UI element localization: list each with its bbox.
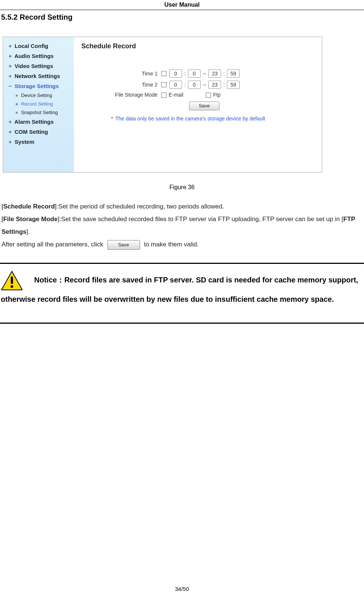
notice-label: Notice： — [34, 276, 64, 284]
file-storage-mode-desc-b: ]. — [26, 228, 30, 235]
sidebar-item-storage-settings[interactable]: − Storage Settings — [7, 81, 70, 91]
email-option-label: E-mail — [169, 92, 183, 98]
sidebar-item-label: Local Config — [14, 43, 48, 49]
time1-checkbox[interactable] — [161, 71, 166, 76]
save-row: Save — [81, 99, 314, 112]
file-storage-mode-paragraph: [File Storage Mode]:Set the save schedul… — [1, 213, 363, 238]
after-text-a: After setting all the parameters, click — [1, 241, 105, 248]
file-storage-mode-term: File Storage Mode — [3, 216, 58, 223]
sidebar-subitem-record-setting[interactable]: ● Record Setting — [7, 100, 70, 108]
sidebar-item-label: Device Setting — [21, 93, 52, 98]
time1-label: Time 1 — [81, 71, 161, 77]
dash: -- — [203, 71, 206, 77]
after-setting-paragraph: After setting all the parameters, click … — [1, 238, 363, 251]
sidebar-subitem-device-setting[interactable]: ● Device Setting — [7, 91, 70, 100]
plus-icon: + — [9, 53, 13, 59]
time2-min-start[interactable]: 0 — [188, 81, 201, 89]
default-note: *The data only be saved in the camera's … — [81, 112, 314, 122]
sidebar-item-label: Snapshot Setting — [21, 110, 58, 115]
schedule-record-paragraph: [Schedule Record]:Set the period of sche… — [1, 200, 363, 213]
schedule-form: Time 1 0 : 0 -- 23 : 59 Time 2 0 : 0 -- … — [81, 68, 314, 122]
after-text-b: to make them valid. — [144, 241, 198, 248]
dash: -- — [203, 82, 206, 88]
sidebar-item-label: Alarm Settings — [14, 119, 54, 125]
body-text: [Schedule Record]:Set the period of sche… — [0, 200, 364, 251]
colon: : — [223, 82, 225, 88]
save-button-inline: Save — [107, 240, 140, 250]
plus-icon: + — [9, 63, 13, 69]
time2-min-end[interactable]: 59 — [227, 81, 240, 89]
sidebar-item-label: COM Setting — [14, 129, 48, 135]
time2-label: Time 2 — [81, 82, 161, 88]
sidebar-item-network-settings[interactable]: + Network Settings — [7, 71, 70, 81]
divider-bottom — [0, 323, 364, 324]
save-button[interactable]: Save — [189, 101, 220, 110]
sidebar-item-audio-settings[interactable]: + Audio Settings — [7, 51, 70, 61]
storage-mode-label: File Storage Mode — [81, 92, 161, 98]
bullet-icon: ● — [15, 110, 20, 115]
bullet-icon: ● — [15, 93, 20, 98]
asterisk-icon: * — [111, 116, 113, 122]
time1-row: Time 1 0 : 0 -- 23 : 59 — [81, 68, 314, 79]
sidebar-subitem-snapshot-setting[interactable]: ● Snapshot Setting — [7, 108, 70, 117]
sidebar-item-label: Audio Settings — [14, 53, 54, 59]
page-header: User Manual — [0, 0, 364, 8]
time2-hour-end[interactable]: 23 — [208, 81, 221, 89]
time2-checkbox[interactable] — [161, 82, 166, 87]
settings-screenshot: + Local Config + Audio Settings + Video … — [3, 36, 322, 173]
section-heading: 5.5.2 Record Setting — [1, 13, 364, 22]
minus-icon: − — [9, 83, 13, 89]
plus-icon: + — [9, 73, 13, 79]
sidebar-item-label: System — [14, 139, 34, 145]
svg-point-2 — [10, 285, 13, 288]
sidebar-item-com-setting[interactable]: + COM Setting — [7, 127, 70, 137]
time1-hour-end[interactable]: 23 — [208, 69, 221, 78]
page-number: 34/50 — [0, 586, 364, 592]
svg-rect-1 — [11, 277, 13, 284]
time1-min-end[interactable]: 59 — [227, 69, 240, 78]
colon: : — [184, 71, 186, 77]
bullet-icon: ● — [15, 101, 20, 107]
plus-icon: + — [9, 43, 13, 49]
time2-row: Time 2 0 : 0 -- 23 : 59 — [81, 79, 314, 90]
nav-sidebar: + Local Config + Audio Settings + Video … — [3, 37, 74, 172]
header-rule — [0, 10, 364, 10]
time1-min-start[interactable]: 0 — [188, 69, 201, 78]
schedule-record-term: Schedule Record — [3, 203, 55, 210]
panel-title: Schedule Record — [81, 42, 314, 50]
file-storage-mode-desc-a: ]:Set the save scheduled recorded files … — [58, 216, 343, 223]
sidebar-item-local-config[interactable]: + Local Config — [7, 41, 70, 51]
schedule-record-desc: ]:Set the period of scheduled recording,… — [55, 203, 224, 210]
email-checkbox[interactable] — [161, 93, 166, 98]
storage-mode-row: File Storage Mode E-mail Ftp — [81, 90, 314, 99]
plus-icon: + — [9, 129, 13, 135]
ftp-option-label: Ftp — [213, 92, 221, 98]
warning-icon — [1, 271, 23, 291]
ftp-checkbox[interactable] — [206, 93, 211, 98]
time1-hour-start[interactable]: 0 — [169, 69, 182, 78]
divider-top — [0, 263, 364, 264]
plus-icon: + — [9, 119, 13, 125]
sidebar-item-system[interactable]: + System — [7, 137, 70, 147]
sidebar-item-label: Storage Settings — [14, 83, 59, 89]
time2-hour-start[interactable]: 0 — [169, 81, 182, 89]
sidebar-item-label: Record Setting — [21, 101, 53, 107]
content-panel: Schedule Record Time 1 0 : 0 -- 23 : 59 … — [74, 37, 322, 172]
plus-icon: + — [9, 139, 13, 145]
sidebar-item-alarm-settings[interactable]: + Alarm Settings — [7, 117, 70, 127]
colon: : — [184, 82, 186, 88]
colon: : — [223, 71, 225, 77]
default-note-text: The data only be saved in the camera's s… — [115, 116, 265, 122]
notice-block: Notice：Record files are saved in FTP ser… — [0, 271, 364, 311]
sidebar-item-label: Video Settings — [14, 63, 53, 69]
sidebar-item-label: Network Settings — [14, 73, 60, 79]
sidebar-item-video-settings[interactable]: + Video Settings — [7, 61, 70, 71]
figure-caption: Figure 36 — [0, 184, 364, 191]
